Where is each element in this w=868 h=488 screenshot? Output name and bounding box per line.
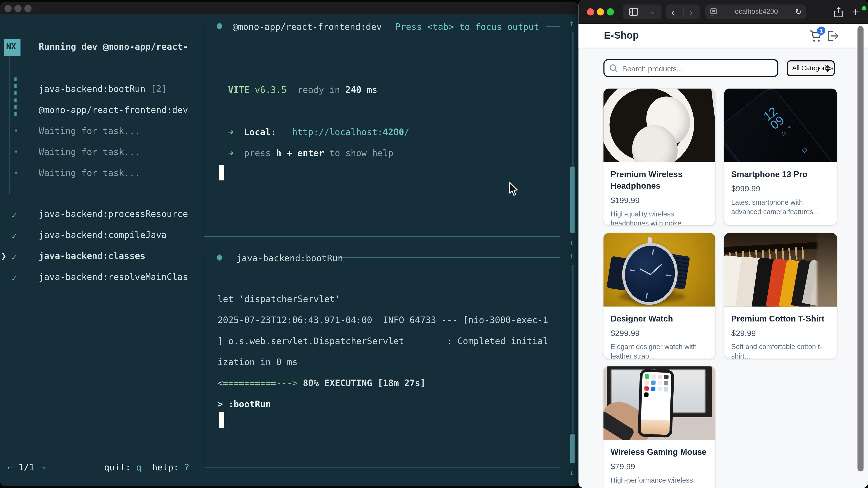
spinner-icon xyxy=(14,77,17,81)
log-line: let 'dispatcherServlet' xyxy=(217,294,340,304)
local-url[interactable]: http://localhost: xyxy=(292,127,383,137)
product-card[interactable]: Designer Watch $299.99 Elegant designer … xyxy=(603,233,715,359)
scrollbar-thumb[interactable] xyxy=(570,166,575,233)
scrollbar-thumb[interactable] xyxy=(570,434,575,463)
page-prev-icon[interactable]: ← xyxy=(8,462,13,473)
task-row-waiting[interactable]: Waiting for task... xyxy=(39,147,140,157)
chevron-down-icon[interactable]: ⌄ xyxy=(649,4,655,20)
task-row-running[interactable]: @mono-app/react-frontend:dev xyxy=(39,105,188,115)
scroll-up-icon[interactable]: ↑ xyxy=(569,18,574,28)
logout-icon[interactable] xyxy=(828,31,839,41)
panel-title[interactable]: java-backend:bootRun xyxy=(237,253,343,263)
app-icon xyxy=(645,374,649,379)
category-select[interactable]: All Categories xyxy=(786,60,835,76)
task-row-done[interactable]: java-backend:resolveMainClas xyxy=(39,271,188,282)
help-key[interactable]: ? xyxy=(184,462,189,473)
url-text[interactable]: localhost:4200 xyxy=(705,4,806,20)
help-keys: h + enter xyxy=(276,148,324,158)
address-bar[interactable]: localhost:4200 ↻ xyxy=(705,4,806,20)
nx-logo-text: NX xyxy=(6,41,16,52)
task-count: [2] xyxy=(145,84,166,94)
vite-time: 240 xyxy=(345,85,362,95)
scroll-down-icon[interactable]: ↓ xyxy=(569,467,574,477)
task-row-waiting[interactable]: Waiting for task... xyxy=(39,126,140,136)
panel-border xyxy=(204,257,204,468)
product-price: $299.99 xyxy=(611,329,708,337)
select-arrow-up-icon xyxy=(825,65,830,68)
vite-unit: ms xyxy=(367,85,377,95)
spinner-icon xyxy=(14,84,17,88)
panel-title[interactable]: @mono-app/react-frontend:dev xyxy=(232,22,382,32)
desktop: NX Running dev @mono-app/react- java-bac… xyxy=(0,0,868,488)
selected-task-arrow-icon: ❯ xyxy=(1,251,6,261)
monitor-photo xyxy=(669,369,705,413)
product-card[interactable]: Wireless Gaming Mouse $79.99 High-perfor… xyxy=(603,366,715,488)
mouse-cursor xyxy=(508,182,519,197)
task-label: java-backend:bootRun xyxy=(39,84,145,94)
spinner-icon xyxy=(14,105,17,109)
forward-button[interactable]: › xyxy=(689,4,692,20)
browser-titlebar[interactable]: ⌄ ‹ › localhost:4200 ↻ + xyxy=(579,0,868,24)
vite-ready-line: VITE v6.3.5 ready in 240 ms xyxy=(228,85,377,95)
product-price: $999.99 xyxy=(731,184,830,193)
status-dot xyxy=(862,6,866,11)
product-card[interactable]: Premium Wireless Headphones $199.99 High… xyxy=(603,89,715,225)
maximize-icon[interactable] xyxy=(24,5,32,12)
product-description: Latest smartphone with advanced camera f… xyxy=(731,198,830,217)
quit-key[interactable]: q xyxy=(136,462,142,473)
spinner-icon xyxy=(14,112,17,116)
scroll-up-icon[interactable]: ↑ xyxy=(569,251,574,260)
close-icon[interactable] xyxy=(587,8,594,15)
terminal-cursor xyxy=(219,412,224,428)
task-row-done[interactable]: java-backend:compileJava xyxy=(39,230,166,240)
refresh-icon[interactable]: ↻ xyxy=(795,4,802,20)
product-card[interactable]: 1209 Smartphone 13 Pro $999.99 Latest sm… xyxy=(724,89,837,225)
panel-border xyxy=(204,236,560,237)
close-icon[interactable] xyxy=(4,5,12,12)
new-tab-button[interactable]: + xyxy=(852,0,859,24)
back-button[interactable]: ‹ xyxy=(672,4,675,20)
help-label: help: xyxy=(152,462,179,473)
prompt-arrow-icon: ➜ xyxy=(228,127,234,137)
app-icon xyxy=(657,387,662,391)
local-port[interactable]: 4200 xyxy=(383,127,404,137)
page-next-icon[interactable]: → xyxy=(40,462,45,473)
page-indicator: 1/1 xyxy=(19,462,35,473)
app-icon xyxy=(644,386,649,391)
local-slash[interactable]: / xyxy=(404,127,410,137)
task-label: @mono-app/react-frontend:dev xyxy=(39,105,188,115)
app-icon xyxy=(657,375,662,379)
search-input[interactable] xyxy=(621,61,773,76)
minimize-icon[interactable] xyxy=(597,8,604,15)
panel-focus-hint: Press <tab> to focus output xyxy=(395,22,539,32)
sidebar-toggle-button[interactable]: ⌄ xyxy=(623,4,661,20)
share-icon[interactable] xyxy=(834,6,844,18)
task-row-waiting[interactable]: Waiting for task... xyxy=(39,168,140,178)
scrollbar-track[interactable] xyxy=(572,265,574,433)
watch-tick xyxy=(646,293,648,299)
watch-tick xyxy=(630,269,636,271)
shop-header: E-Shop 1 xyxy=(579,24,868,48)
app-icon xyxy=(651,387,655,391)
task-row-running[interactable]: java-backend:bootRun [2] xyxy=(39,84,166,94)
maximize-icon[interactable] xyxy=(607,8,614,15)
product-price: $199.99 xyxy=(611,196,708,205)
watch-tick xyxy=(652,249,654,255)
product-card[interactable]: Premium Cotton T-Shirt $29.99 Soft and c… xyxy=(724,233,837,359)
shop-brand[interactable]: E-Shop xyxy=(604,30,639,41)
task-row-done-selected[interactable]: java-backend:classes xyxy=(39,251,145,261)
scroll-down-icon[interactable]: ↓ xyxy=(569,237,574,248)
minimize-icon[interactable] xyxy=(14,5,22,12)
scrollbar-thumb[interactable] xyxy=(857,26,864,471)
watch-hand xyxy=(639,268,650,275)
prompt-arrow-icon: ➜ xyxy=(228,148,234,158)
cart-badge: 1 xyxy=(817,27,826,35)
app-icon xyxy=(657,381,662,385)
progress-bar: ========== xyxy=(223,378,276,389)
terminal-titlebar[interactable] xyxy=(0,2,579,14)
pagination: ← 1/1 → xyxy=(8,462,45,473)
scrollbar-track[interactable] xyxy=(572,32,574,166)
panel-status-dot xyxy=(217,255,222,261)
sidebar-icon xyxy=(629,8,638,16)
task-row-done[interactable]: java-backend:processResource xyxy=(39,208,188,219)
